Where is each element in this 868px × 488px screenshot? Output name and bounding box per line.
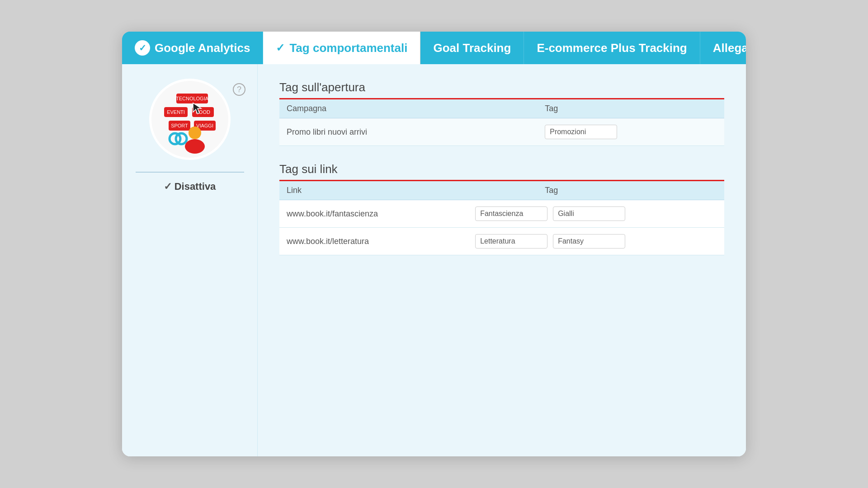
tab-tag-comportamentali-label: Tag comportamentali — [289, 41, 407, 55]
check-icon-comportamentali: ✓ — [276, 42, 285, 54]
tab-ecommerce-plus-label: E-commerce Plus Tracking — [537, 41, 687, 55]
tab-google-analytics-label: Google Analytics — [155, 41, 250, 55]
tab-allegati-label: Allegati — [713, 41, 746, 55]
tab-goal-tracking-label: Goal Tracking — [433, 41, 511, 55]
svg-text:TECNOLOGIA: TECNOLOGIA — [175, 96, 208, 101]
tag-input-fantascienza[interactable] — [475, 206, 547, 221]
tab-bar: ✓ Google Analytics ✓ Tag comportamentali… — [122, 32, 746, 64]
tag-input-letteratura[interactable] — [475, 234, 547, 249]
table-row: www.book.it/letteratura — [279, 228, 724, 255]
tab-google-analytics[interactable]: ✓ Google Analytics — [122, 32, 263, 64]
tag-input-fantasy[interactable] — [553, 234, 625, 249]
link-cell-fantascienza: www.book.it/fantascienza — [287, 209, 468, 219]
table-row: www.book.it/fantascienza — [279, 200, 724, 228]
col-tag-link-header: Tag — [545, 186, 717, 195]
svg-text:SPORT: SPORT — [171, 123, 188, 128]
tag-cell — [545, 125, 717, 139]
tag-link-header: Link Tag — [279, 181, 724, 200]
disattiva-button[interactable]: ✓ Disattiva — [164, 181, 216, 192]
tab-goal-tracking[interactable]: Goal Tracking — [420, 32, 524, 64]
tag-input-gialli[interactable] — [553, 206, 625, 221]
sidebar-illustration: TECNOLOGIA EVENTI FOOD SPORT VIAGGI — [149, 79, 231, 160]
tab-ecommerce-plus[interactable]: E-commerce Plus Tracking — [524, 32, 700, 64]
svg-text:VIAGGI: VIAGGI — [196, 123, 213, 128]
tag-input-promozioni[interactable] — [545, 125, 617, 139]
disattiva-label-text: Disattiva — [175, 181, 216, 192]
disattiva-check-icon: ✓ — [164, 181, 172, 192]
link-cell-letteratura: www.book.it/letteratura — [287, 237, 468, 246]
sidebar-divider — [136, 172, 244, 173]
check-circle-icon: ✓ — [135, 40, 150, 56]
col-campagna-header: Campagna — [287, 104, 545, 113]
tab-tag-comportamentali[interactable]: ✓ Tag comportamentali — [263, 32, 420, 64]
tab-allegati[interactable]: Allegati — [700, 32, 746, 64]
tag-link-section: Tag sui link Link Tag www.book.it/fantas… — [279, 162, 724, 255]
campagna-cell: Promo libri nuovi arrivi — [287, 127, 545, 137]
table-row: Promo libri nuovi arrivi — [279, 118, 724, 146]
sidebar-top: TECNOLOGIA EVENTI FOOD SPORT VIAGGI — [129, 79, 250, 168]
svg-text:EVENTI: EVENTI — [167, 109, 185, 115]
sidebar: TECNOLOGIA EVENTI FOOD SPORT VIAGGI — [122, 64, 258, 456]
right-panel: Tag sull'apertura Campagna Tag Promo lib… — [258, 64, 746, 456]
tag-cells-letteratura — [475, 234, 717, 249]
tag-apertura-title: Tag sull'apertura — [279, 80, 724, 94]
tag-apertura-header: Campagna Tag — [279, 99, 724, 118]
svg-point-14 — [185, 139, 205, 154]
svg-marker-15 — [193, 103, 201, 114]
svg-point-13 — [189, 127, 201, 139]
tag-apertura-section: Tag sull'apertura Campagna Tag Promo lib… — [279, 80, 724, 146]
content-area: TECNOLOGIA EVENTI FOOD SPORT VIAGGI — [122, 64, 746, 456]
help-icon[interactable]: ? — [233, 83, 245, 96]
col-tag-header: Tag — [545, 104, 717, 113]
col-link-header: Link — [287, 186, 545, 195]
tag-cells-fantascienza — [475, 206, 717, 221]
tag-link-title: Tag sui link — [279, 162, 724, 176]
